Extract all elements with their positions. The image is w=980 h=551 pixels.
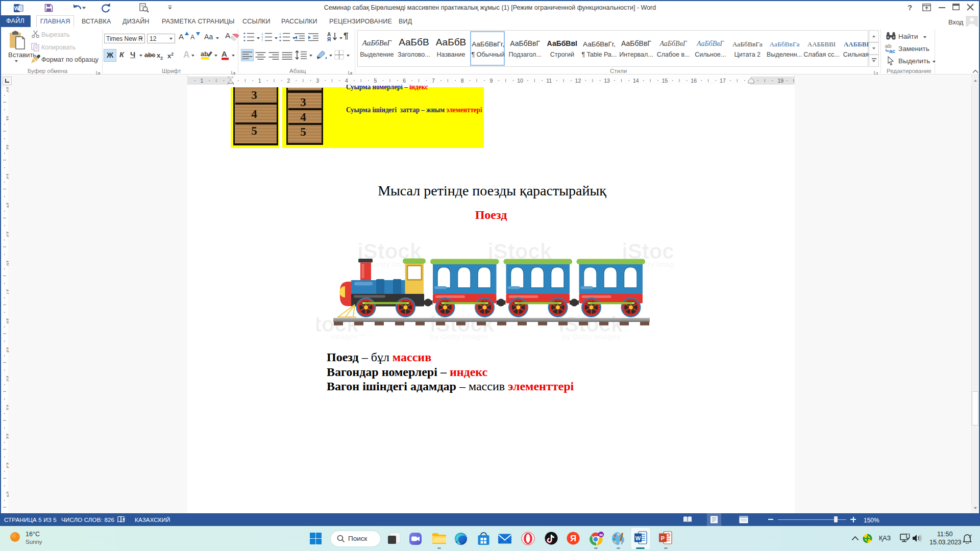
svg-text:12: 12 — [6, 144, 9, 151]
svg-text:1: 1 — [200, 78, 203, 84]
svg-text:19: 19 — [6, 347, 9, 353]
svg-text:13: 13 — [604, 78, 610, 84]
svg-text:21: 21 — [6, 405, 9, 411]
svg-text:4: 4 — [345, 78, 348, 84]
svg-text:1: 1 — [279, 33, 281, 35]
svg-text:19: 19 — [777, 78, 783, 84]
svg-text:15: 15 — [662, 78, 668, 84]
svg-text:ab: ab — [201, 51, 208, 58]
svg-text:8: 8 — [461, 78, 464, 84]
svg-text:1: 1 — [261, 39, 263, 41]
svg-text:11: 11 — [6, 116, 9, 121]
svg-text:7: 7 — [432, 78, 435, 84]
svg-text:W: W — [635, 535, 641, 541]
svg-text:14: 14 — [6, 202, 9, 208]
svg-text:by Getty Images: by Getty Images — [561, 332, 621, 341]
svg-text:10: 10 — [517, 78, 523, 84]
svg-text:14: 14 — [633, 78, 639, 84]
svg-text:11: 11 — [546, 78, 552, 84]
svg-text:6: 6 — [403, 78, 406, 84]
svg-text:18: 18 — [6, 318, 9, 324]
svg-text:12: 12 — [575, 78, 581, 84]
svg-text:2: 2 — [287, 78, 290, 84]
svg-text:M: M — [599, 533, 603, 537]
svg-text:17: 17 — [720, 78, 726, 84]
svg-text:by Getty Images: by Getty Images — [430, 332, 489, 341]
svg-text:16: 16 — [6, 260, 9, 266]
svg-text:17: 17 — [6, 289, 9, 295]
svg-text:15: 15 — [6, 231, 9, 237]
svg-text:22: 22 — [6, 434, 9, 440]
svg-text:ac: ac — [889, 48, 895, 54]
svg-text:16: 16 — [691, 78, 697, 84]
svg-text:20: 20 — [6, 375, 9, 382]
svg-text:5: 5 — [374, 78, 377, 84]
svg-text:9: 9 — [489, 78, 493, 84]
svg-text:1: 1 — [258, 78, 261, 84]
svg-text:P: P — [661, 535, 665, 541]
svg-text:Я: Я — [570, 534, 576, 543]
svg-text:24: 24 — [6, 491, 9, 497]
svg-text:Images™: Images™ — [331, 332, 365, 341]
svg-text:А: А — [222, 49, 227, 58]
svg-text:z: z — [970, 534, 972, 537]
svg-text:1: 1 — [261, 35, 263, 39]
svg-text:13: 13 — [6, 173, 9, 180]
svg-text:3: 3 — [316, 78, 319, 84]
svg-text:Я: Я — [327, 37, 331, 42]
svg-text:10: 10 — [6, 86, 9, 92]
svg-text:23: 23 — [6, 463, 9, 469]
